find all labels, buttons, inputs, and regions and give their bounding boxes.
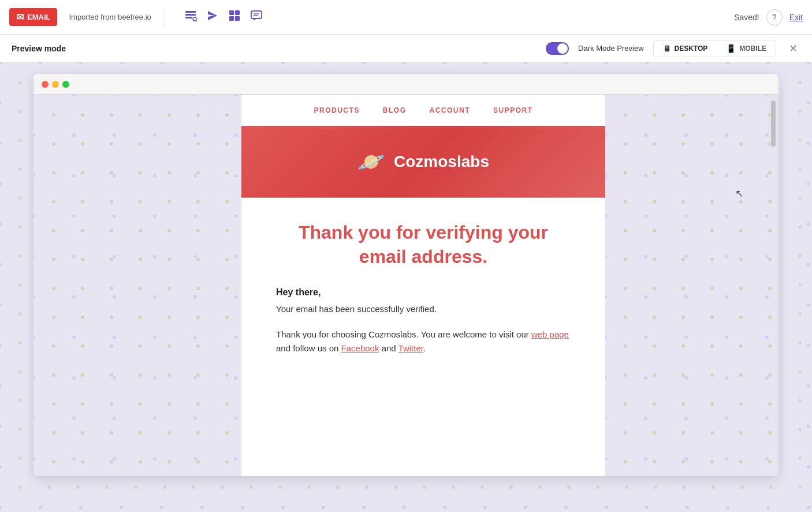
planet-icon: 🪐 — [357, 149, 385, 175]
preview-mode-label: Preview mode — [12, 44, 66, 53]
window-minimize-dot[interactable] — [52, 81, 59, 88]
list-icon[interactable] — [184, 9, 197, 25]
email-nav: PRODUCTS BLOG ACCOUNT SUPPORT — [241, 95, 605, 126]
browser-window: PRODUCTS BLOG ACCOUNT SUPPORT 🪐 Cozmosla… — [33, 74, 779, 476]
left-bg-pattern — [33, 95, 241, 476]
mail-icon: ✉ — [16, 12, 24, 23]
svg-rect-6 — [235, 10, 240, 15]
right-bg-pattern — [605, 95, 779, 476]
dark-mode-label: Dark Mode Preview — [578, 44, 643, 53]
chat-icon[interactable] — [250, 9, 263, 25]
web-page-link[interactable]: web page — [531, 329, 569, 339]
saved-status: Saved! — [734, 13, 759, 22]
follow-text: and follow us on — [276, 343, 338, 353]
desktop-icon: 🖥 — [663, 44, 671, 53]
svg-rect-9 — [251, 11, 262, 18]
twitter-link[interactable]: Twitter — [398, 343, 423, 353]
toolbar: ✉ EMAIL Imported from beefree.io — [0, 0, 812, 35]
svg-point-3 — [193, 17, 196, 21]
and-text: and — [382, 343, 396, 353]
preview-bar: Preview mode Dark Mode Preview 🖥 DESKTOP… — [0, 35, 812, 62]
svg-rect-0 — [185, 11, 196, 13]
browser-chrome — [33, 74, 779, 95]
svg-rect-8 — [235, 16, 240, 21]
dark-mode-toggle[interactable] — [546, 42, 569, 55]
mobile-button[interactable]: 📱 MOBILE — [717, 40, 776, 57]
desktop-button[interactable]: 🖥 DESKTOP — [654, 40, 717, 57]
brand-name: Cozmoslabs — [394, 153, 489, 171]
email-label: EMAIL — [27, 13, 50, 21]
window-close-dot[interactable] — [42, 81, 49, 88]
exit-button[interactable]: Exit — [789, 13, 803, 22]
mobile-icon: 📱 — [726, 44, 736, 53]
email-greeting: Hey there, — [276, 287, 571, 298]
body-text: Thank you for choosing Cozmoslabs. You a… — [276, 329, 529, 339]
svg-rect-2 — [185, 17, 192, 18]
toolbar-icons — [184, 9, 263, 25]
nav-blog[interactable]: BLOG — [383, 106, 407, 114]
toggle-knob — [557, 43, 568, 54]
facebook-link[interactable]: Facebook — [341, 343, 379, 353]
grid-icon[interactable] — [228, 9, 241, 25]
svg-rect-5 — [229, 10, 234, 15]
close-preview-button[interactable]: ✕ — [785, 41, 800, 56]
email-content-column: PRODUCTS BLOG ACCOUNT SUPPORT 🪐 Cozmosla… — [241, 95, 605, 476]
nav-support[interactable]: SUPPORT — [493, 106, 533, 114]
nav-account[interactable]: ACCOUNT — [430, 106, 471, 114]
email-badge: ✉ EMAIL — [9, 8, 57, 26]
email-right-bg: ↖ — [605, 95, 779, 476]
email-body: Thank you for verifying your email addre… — [241, 198, 605, 390]
help-button[interactable]: ? — [766, 9, 783, 25]
email-hero: 🪐 Cozmoslabs — [241, 126, 605, 198]
device-switcher: 🖥 DESKTOP 📱 MOBILE — [653, 40, 776, 57]
svg-line-4 — [196, 21, 197, 22]
email-left-bg — [33, 95, 241, 476]
svg-rect-1 — [185, 14, 196, 16]
body-paragraph: Thank you for choosing Cozmoslabs. You a… — [276, 328, 571, 355]
email-preview-area: PRODUCTS BLOG ACCOUNT SUPPORT 🪐 Cozmosla… — [33, 95, 779, 476]
send-icon[interactable] — [206, 9, 219, 25]
nav-products[interactable]: PRODUCTS — [314, 106, 359, 114]
scrollbar-thumb — [771, 101, 776, 147]
window-maximize-dot[interactable] — [62, 81, 69, 88]
svg-rect-7 — [229, 16, 234, 21]
imported-from-text: Imported from beefree.io — [69, 13, 151, 21]
divider — [163, 9, 163, 26]
verified-text: Your email has been successfully verifie… — [276, 302, 571, 316]
email-heading: Thank you for verifying your email addre… — [276, 221, 571, 269]
scrollbar[interactable] — [770, 95, 776, 476]
